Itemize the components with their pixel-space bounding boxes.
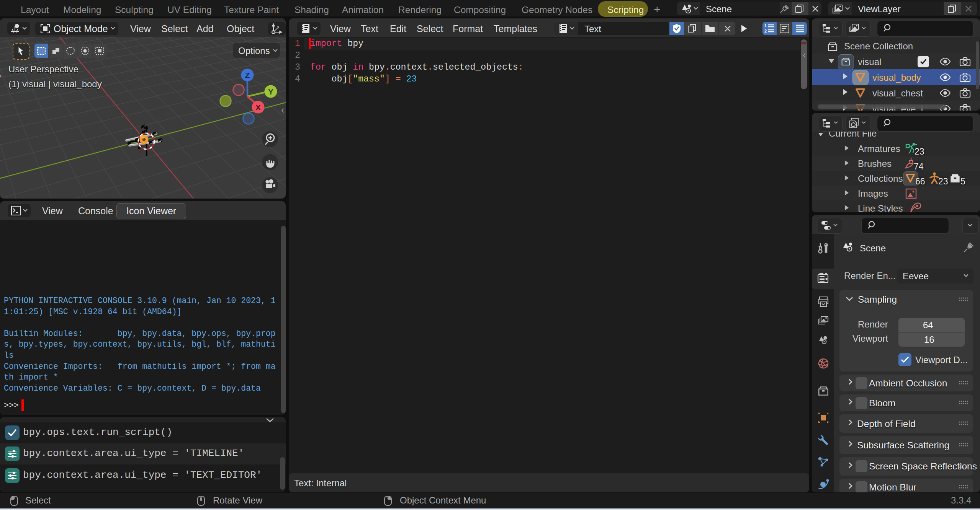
svg-text:Z: Z <box>245 71 250 80</box>
svg-text:1: 1 <box>764 23 767 28</box>
svg-text:2: 2 <box>764 29 767 33</box>
svg-text:X: X <box>255 103 261 112</box>
svg-text:Y: Y <box>268 87 273 96</box>
